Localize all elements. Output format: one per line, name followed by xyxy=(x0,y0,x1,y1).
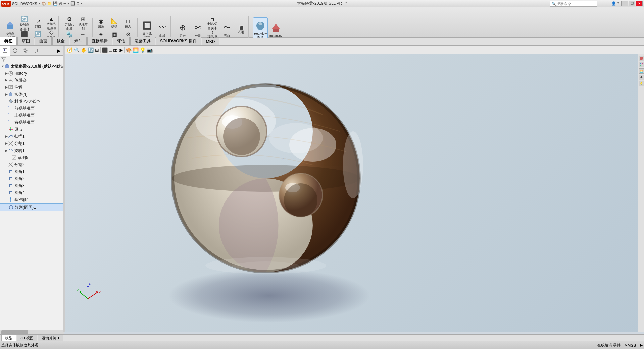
tree-item-annotations[interactable]: ▶ 注解 xyxy=(0,84,64,91)
main-viewport[interactable]: X Y Z ← xyxy=(64,54,644,332)
view-shading-icon[interactable]: ⬛ xyxy=(102,47,108,53)
view-wireframe-icon[interactable]: □ xyxy=(109,47,112,53)
tree-item-solids[interactable]: ▶ 实体(4) xyxy=(0,91,64,98)
view-scene-icon[interactable]: 🌅 xyxy=(133,47,139,53)
tree-item-refaxis1[interactable]: 基准轴1 xyxy=(0,196,64,203)
revolve1-label: 旋转1 xyxy=(14,148,25,154)
fillet-button[interactable]: ◉ 圆角 xyxy=(95,17,107,30)
display-mini-button[interactable]: 👁 xyxy=(639,75,644,80)
panel-tab-display[interactable] xyxy=(30,46,40,56)
tree-item-material[interactable]: 材质 <未指定> xyxy=(0,98,64,105)
tree-item-split1[interactable]: ▶ 分割1 xyxy=(0,140,64,147)
history-label: History xyxy=(14,71,27,76)
view-orient-icon[interactable]: 🧭 xyxy=(67,47,72,53)
restore-button[interactable]: ❐ xyxy=(629,1,635,6)
tab-sketch[interactable]: 草图 xyxy=(17,37,34,45)
fillet2-expand-arrow xyxy=(5,177,8,180)
draft-label: 拔模 xyxy=(111,24,117,29)
view-appearance-icon[interactable]: 🎨 xyxy=(126,47,132,53)
svg-marker-27 xyxy=(9,92,12,93)
split2-icon xyxy=(8,162,13,167)
panel-resize-handle[interactable] xyxy=(63,46,65,332)
tree-item-right-plane[interactable]: 右视基准面 xyxy=(0,119,64,126)
tree-item-split2[interactable]: 分割2 xyxy=(0,161,64,168)
view-camera-icon[interactable]: 📷 xyxy=(147,47,153,53)
right-mini-toolbar: 🌅 👁 💡 xyxy=(638,54,644,332)
draft-button[interactable]: 📐 拔模 xyxy=(108,17,121,30)
panel-tab-features[interactable] xyxy=(0,46,10,56)
appearance-mini-button[interactable] xyxy=(639,56,644,61)
view-shaded-icon[interactable]: ◉ xyxy=(119,47,123,53)
delete-solid-button[interactable]: 🗑 删除/保留实体 xyxy=(206,17,219,30)
view-select-icon[interactable]: ⊞ xyxy=(95,47,99,53)
panel-collapse-button[interactable]: ▶ xyxy=(54,46,64,56)
tab-surface[interactable]: 曲面 xyxy=(35,37,52,45)
revolve1-icon xyxy=(8,148,13,153)
close-button[interactable]: ✕ xyxy=(636,1,643,6)
realview-icon xyxy=(255,20,266,31)
wrap-button[interactable]: 🔳 包覆 xyxy=(235,24,248,36)
minimize-button[interactable]: — xyxy=(621,1,628,6)
tab-weldment[interactable]: 焊件 xyxy=(70,37,87,45)
sketch5-label: 草图5 xyxy=(18,155,28,161)
color-mini-button[interactable] xyxy=(639,62,644,67)
sweep-button[interactable]: ↗ 扫描 xyxy=(32,17,44,30)
tree-item-revolve1[interactable]: ▶ 旋转1 xyxy=(0,147,64,154)
view-lights-icon[interactable]: 💡 xyxy=(140,47,146,53)
fillet3-icon xyxy=(8,183,13,188)
tree-item-front-plane[interactable]: 前视基准面 xyxy=(0,105,64,112)
view-zoom-icon[interactable]: 🔍 xyxy=(74,47,80,53)
right-plane-icon xyxy=(8,120,13,125)
tree-model-root[interactable]: ▼ 太极痰盂-2019版 (默认<<默认>_显示 xyxy=(0,63,64,70)
tree-item-fillet3[interactable]: 圆角3 xyxy=(0,182,64,189)
svg-text:Z: Z xyxy=(89,282,91,285)
tree-item-fillet4[interactable]: 圆角4 xyxy=(0,189,64,196)
tab-solidworks-addins[interactable]: SOLIDWORKS 插件 xyxy=(156,37,201,45)
sweep1-label: 扫描1 xyxy=(14,134,25,139)
loft-boss-button[interactable]: ▲ 放样凸台/基体 xyxy=(45,17,58,30)
tree-item-history[interactable]: ▶ History xyxy=(0,70,64,77)
tree-item-origin[interactable]: 原点 xyxy=(0,126,64,133)
tab-evaluate[interactable]: 评估 xyxy=(113,37,130,45)
tab-mbd[interactable]: MBD xyxy=(202,38,219,45)
view-pan-icon[interactable]: ✋ xyxy=(81,47,87,53)
tree-item-fillet1[interactable]: 圆角1 xyxy=(0,168,64,175)
tree-item-sketch5[interactable]: 草图5 xyxy=(0,154,64,161)
tree-item-circularpattern1[interactable]: 阵列(圆周)1 xyxy=(0,203,64,211)
panel-scrollbar[interactable] xyxy=(0,330,64,334)
bottom-tab-3dview[interactable]: 3D 视图 xyxy=(17,335,37,341)
svg-text:SOLID: SOLID xyxy=(2,3,9,5)
search-input[interactable] xyxy=(556,2,590,6)
panel-tab-config[interactable] xyxy=(20,46,30,56)
search-box[interactable]: 🔍 xyxy=(550,1,597,7)
shell-button[interactable]: □ 抽壳 xyxy=(121,17,134,30)
tab-features[interactable]: 特征 xyxy=(0,37,17,45)
linear-pattern-button[interactable]: ⊞ 线性阵列 xyxy=(77,17,89,30)
svg-point-64 xyxy=(232,261,299,270)
tab-render-tools[interactable]: 渲染工具 xyxy=(130,37,155,45)
light-mini-button[interactable]: 💡 xyxy=(639,81,644,86)
tree-item-fillet2[interactable]: 圆角2 xyxy=(0,175,64,182)
fillet4-expand-arrow xyxy=(5,191,8,194)
bottom-tabs: 模型 3D 视图 运动算例 1 xyxy=(0,334,644,341)
bottom-tab-model[interactable]: 模型 xyxy=(1,335,16,341)
tree-item-sensors[interactable]: ▶ 传感器 xyxy=(0,77,64,84)
bottom-tab-motion[interactable]: 运动算例 1 xyxy=(38,335,63,341)
panel-tab-properties[interactable] xyxy=(10,46,20,56)
history-expand-arrow: ▶ xyxy=(5,72,8,75)
split-icon: ✂ xyxy=(193,22,203,33)
scroll-thumb[interactable] xyxy=(1,330,28,334)
revolve-boss-button[interactable]: 🔄 旋转凸台/基体 xyxy=(18,17,31,30)
svg-line-69 xyxy=(80,292,88,299)
status-bar: 选择实体以修改其外观 在线编辑 零件 MMGS ▶ xyxy=(0,341,644,349)
view-rotate-icon[interactable]: 🔄 xyxy=(88,47,94,53)
scene-mini-button[interactable]: 🌅 xyxy=(639,68,644,74)
tree-item-sweep1[interactable]: ▶ 扫描1 xyxy=(0,133,64,140)
view-hiddenlines-icon[interactable]: ▦ xyxy=(113,47,117,53)
tab-direct-edit[interactable]: 直接编辑 xyxy=(87,37,112,45)
tree-item-top-plane[interactable]: 上视基准面 xyxy=(0,112,64,119)
tab-sheet-metal[interactable]: 钣金 xyxy=(52,37,69,45)
move-copy-icon: ↕ xyxy=(211,29,214,35)
fillet4-label: 圆角4 xyxy=(14,190,25,196)
hole-wizard-button[interactable]: ⚙ 异型孔向导 xyxy=(63,17,76,30)
